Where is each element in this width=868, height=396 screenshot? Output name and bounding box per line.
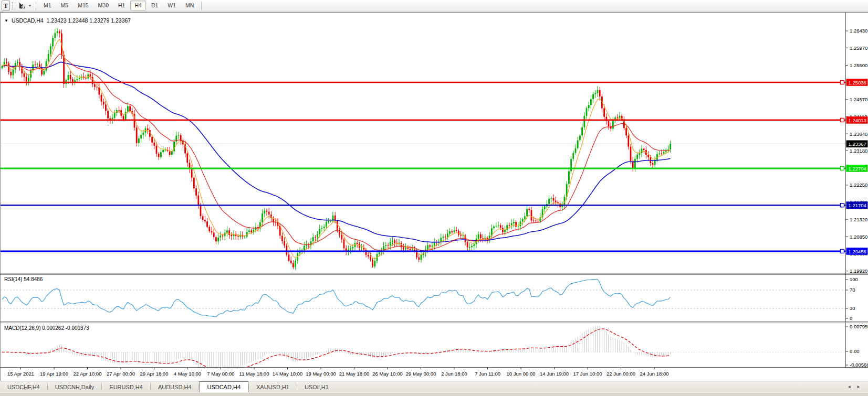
chart-header: ▼ USDCAD,H4 1.23423 1.23448 1.23279 1.23…	[4, 17, 131, 24]
chart-plot-area[interactable]	[0, 12, 868, 381]
timeframe-button-d1[interactable]: D1	[147, 1, 162, 10]
timeframe-button-m15[interactable]: M15	[74, 1, 92, 10]
level-line-handle	[841, 81, 844, 84]
time-axis-label: 10 Jun 00:00	[507, 371, 536, 377]
chart-canvas[interactable]: 1.264301.259701.255001.245701.241101.236…	[0, 0, 868, 396]
price-axis-label: 1.22250	[850, 182, 867, 188]
timeframe-button-mn[interactable]: MN	[181, 1, 198, 10]
status-strip	[0, 392, 868, 396]
time-axis-label: 2 Jun 18:00	[441, 371, 467, 377]
cursor-icon	[18, 2, 27, 9]
application-window: T ▼ M1M5M15M30H1H4D1W1MN 1.264301.259701…	[0, 0, 868, 396]
level-line-handle	[841, 204, 844, 207]
level-price-badge-label: 1.21704	[849, 202, 866, 208]
time-axis-label: 27 Apr 00:00	[107, 371, 135, 377]
toolbar-separator	[201, 2, 202, 10]
symbol-dropdown-icon[interactable]: ▼	[4, 18, 8, 23]
price-axis-label: 1.23640	[850, 131, 867, 137]
tab-scroll-left-icon[interactable]: ◄	[847, 384, 851, 389]
tab-eurusd-h4[interactable]: EURUSD,H4	[102, 381, 150, 392]
time-axis-label: 14 May 10:00	[273, 371, 303, 377]
price-axis-label: 1.20850	[850, 234, 867, 240]
timeframe-button-m5[interactable]: M5	[57, 1, 73, 10]
tab-xauusd-h1[interactable]: XAUUSD,H1	[249, 381, 297, 392]
time-axis-label: 7 Jun 11:00	[475, 371, 500, 377]
rsi-axis-label: 0	[850, 315, 852, 321]
time-axis-label: 26 May 10:00	[372, 371, 403, 377]
time-axis-label: 22 Apr 10:00	[74, 371, 102, 377]
macd-axis-label: 0.007959	[850, 324, 868, 329]
tab-usdcnh-daily[interactable]: USDCNH,Daily	[48, 381, 102, 392]
time-axis-label: 7 May 00:00	[207, 371, 234, 377]
level-line-handle	[841, 250, 844, 253]
rsi-axis-label: 30	[850, 305, 855, 311]
time-axis-label: 24 Jun 18:00	[640, 371, 669, 377]
tab-scroll-controls: ◄►	[847, 381, 868, 392]
macd-axis-label: -0.005663	[850, 362, 868, 368]
toolbar-grip	[12, 2, 15, 9]
level-price-badge-label: 1.24013	[849, 117, 866, 123]
price-axis-label: 1.19920	[850, 268, 867, 274]
text-tool-button[interactable]: T	[2, 1, 10, 10]
rsi-axis-label: 100	[850, 276, 858, 282]
chart-tab-bar: USDCHF,H4USDCNH,DailyEURUSD,H4AUDUSD,H4U…	[0, 381, 868, 392]
price-axis-label: 1.25500	[850, 62, 867, 68]
time-axis-label: 29 May 00:00	[406, 371, 436, 377]
level-line-handle	[841, 118, 844, 122]
level-price-badge-label: 1.22704	[849, 166, 866, 172]
time-axis-label: 15 Apr 2021	[7, 371, 34, 377]
time-axis-label: 19 Apr 19:00	[40, 371, 68, 377]
time-axis-label: 21 May 18:00	[339, 371, 370, 377]
timeframe-button-h1[interactable]: H1	[114, 1, 129, 10]
cursor-tool-button[interactable]: ▼	[17, 1, 33, 10]
current-price-badge-label: 1.23367	[849, 141, 866, 147]
level-price-badge-label: 1.25036	[849, 80, 866, 85]
ohlc-values: 1.23423 1.23448 1.23279 1.23367	[47, 17, 131, 24]
price-axis-label: 1.23180	[850, 148, 867, 154]
tab-usdcad-h4[interactable]: USDCAD,H4	[199, 381, 248, 392]
price-axis-label: 1.21320	[850, 217, 867, 222]
price-axis-label: 1.26430	[850, 28, 867, 34]
time-axis-label: 11 May 18:00	[239, 371, 269, 377]
text-tool-icon: T	[4, 3, 8, 9]
toolbar: T ▼ M1M5M15M30H1H4D1W1MN	[0, 0, 868, 12]
toolbar-separator	[36, 2, 36, 10]
time-axis-label: 29 Apr 18:00	[140, 371, 169, 377]
macd-label: MACD(12,26,9) 0.000262 -0.000373	[4, 325, 89, 331]
rsi-axis-label: 70	[850, 287, 855, 293]
time-axis-label: 14 Jun 19:00	[540, 371, 569, 377]
timeframe-button-m1[interactable]: M1	[39, 1, 56, 10]
price-axis-label: 1.25970	[850, 45, 867, 51]
level-line-handle	[841, 166, 844, 170]
timeframe-button-m30[interactable]: M30	[94, 1, 113, 10]
tab-usdchf-h4[interactable]: USDCHF,H4	[0, 381, 47, 392]
rsi-label: RSI(14) 54.8486	[4, 276, 43, 282]
macd-axis-label: 0.00	[850, 348, 860, 354]
timeframe-button-w1[interactable]: W1	[163, 1, 180, 10]
tab-scroll-right-icon[interactable]: ►	[856, 384, 861, 389]
time-axis-label: 22 Jun 00:00	[606, 371, 635, 377]
symbol-title: USDCAD,H4	[12, 17, 44, 24]
time-axis-label: 19 May 00:00	[306, 371, 336, 377]
price-axis-label: 1.24570	[850, 97, 867, 102]
time-axis-label: 4 May 10:00	[174, 371, 201, 377]
time-axis-label: 17 Jun 10:00	[573, 371, 602, 377]
level-price-badge-label: 1.20456	[849, 249, 866, 254]
timeframe-button-h4[interactable]: H4	[130, 1, 145, 10]
timeframe-toolbar: M1M5M15M30H1H4D1W1MN	[39, 0, 198, 12]
tab-audusd-h4[interactable]: AUDUSD,H4	[151, 381, 199, 392]
dropdown-caret-icon: ▼	[28, 4, 32, 7]
tab-usoil-h1[interactable]: USOil,H1	[297, 381, 336, 392]
